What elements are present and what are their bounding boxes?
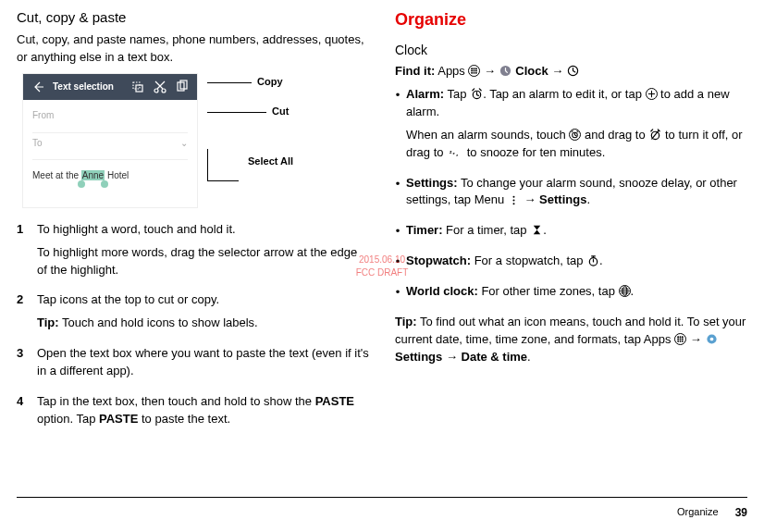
globe-icon [619, 285, 631, 297]
alarm-off-icon [648, 128, 661, 141]
tip-e: Date & time [462, 350, 528, 364]
copy-icon [175, 80, 190, 94]
bullet-dot: • [395, 86, 400, 167]
bullet-timer: • Timer: For a timer, tap . [395, 222, 747, 245]
svg-point-13 [474, 73, 474, 74]
select-all-icon [130, 80, 145, 94]
mock-body-text: Meet at the Anne Hotel [32, 160, 188, 202]
svg-point-14 [476, 73, 477, 74]
menu-dots-icon [508, 193, 521, 206]
step-number: 3 [17, 345, 30, 386]
meet-pre: Meet at the [32, 170, 81, 180]
step-2: 2 Tap icons at the top to cut or copy. T… [17, 291, 369, 338]
alarm-d: When an alarm sounds, touch [406, 128, 569, 142]
step-2a: Tap icons at the top to cut or copy. [37, 291, 369, 309]
apps-icon [468, 65, 480, 77]
tip-text: Touch and hold icons to show labels. [59, 315, 258, 329]
apps-icon [674, 333, 686, 345]
svg-point-6 [472, 68, 473, 69]
clock-word: Clock [515, 64, 548, 78]
alarm-label: Alarm: [406, 87, 444, 101]
svg-point-33 [682, 339, 683, 340]
mock-toolbar: Text selection [23, 74, 197, 100]
findit-label: Find it: [395, 64, 435, 78]
stopwatch-label: Stopwatch: [406, 254, 471, 267]
settings-gear-icon [705, 332, 718, 345]
arrow2: → [548, 64, 567, 78]
tip-arrow2: → [442, 350, 461, 364]
svg-point-29 [680, 336, 681, 337]
meet-hl: Anne [82, 170, 104, 180]
stopwatch-icon [586, 254, 599, 267]
bullet-alarm: • Alarm: Tap . Tap an alarm to edit it, … [395, 86, 747, 167]
alarm-g: to snooze for ten minutes. [463, 145, 605, 159]
step-1a: To highlight a word, touch and hold it. [37, 221, 369, 239]
paste-1: PASTE [315, 394, 354, 408]
svg-point-24 [513, 199, 515, 201]
tip-f: . [527, 350, 531, 364]
bullet-world-clock: • World clock: For other time zones, tap… [395, 283, 747, 306]
back-arrow-icon [31, 80, 45, 94]
svg-point-23 [513, 195, 515, 197]
settings-d: . [586, 192, 590, 206]
footer-section: Organize [677, 505, 719, 521]
step-number: 1 [17, 221, 30, 285]
text-selection-mock: Text selection From To ⌄ [17, 73, 369, 208]
arrow1: → [484, 64, 499, 78]
step-2tip: Tip: Touch and hold icons to show labels… [37, 315, 369, 332]
s4a: Tap in the text box, then touch and hold… [37, 394, 315, 408]
svg-point-36 [682, 340, 683, 341]
svg-point-2 [154, 89, 158, 93]
stopwatch-a: For a stopwatch, tap [471, 254, 586, 267]
organize-heading: Organize [395, 7, 747, 31]
settings-word: Settings [395, 350, 442, 364]
world-clock-line: World clock: For other time zones, tap . [406, 283, 747, 301]
callout-copy: Copy [257, 75, 283, 90]
hourglass-icon [530, 224, 543, 237]
cut-icon [153, 80, 167, 94]
world-a: For other time zones, tap [478, 284, 619, 298]
step-1b: To highlight more words, drag the select… [37, 244, 369, 279]
snooze-icon: zzz [447, 145, 463, 158]
svg-point-10 [474, 70, 474, 71]
callout-cut: Cut [272, 105, 289, 119]
mock-toolbar-title: Text selection [53, 80, 123, 94]
bullet-dot: • [395, 175, 400, 216]
bullet-stopwatch: • Stopwatch: For a stopwatch, tap . [395, 253, 747, 276]
svg-point-11 [476, 70, 477, 71]
svg-point-35 [680, 340, 681, 341]
s4b: option. Tap [37, 412, 99, 426]
step-number: 2 [17, 291, 30, 338]
svg-point-7 [474, 68, 474, 69]
callout-line [207, 112, 266, 113]
meet-post: Hotel [105, 170, 129, 180]
svg-text:z: z [452, 151, 455, 155]
timer-line: Timer: For a timer, tap . [406, 222, 747, 240]
timer-b: . [543, 223, 547, 237]
bullet-dot: • [395, 283, 400, 306]
step-4: 4 Tap in the text box, then touch and ho… [17, 393, 369, 434]
clock-subheading: Clock [395, 41, 747, 59]
chevron-down-icon: ⌄ [180, 137, 188, 151]
settings-c: Settings [539, 192, 586, 206]
bullet-settings: • Settings: To change your alarm sound, … [395, 175, 747, 216]
highlighted-word: Anne [81, 170, 105, 180]
s4c: to paste the text. [138, 412, 230, 426]
world-b: . [631, 284, 635, 298]
alarm-line1: Alarm: Tap . Tap an alarm to edit it, or… [406, 86, 747, 121]
clock-icon [567, 65, 580, 78]
mock-to-label: To [32, 137, 43, 151]
alarm-a: Tap [444, 87, 470, 101]
svg-point-34 [678, 340, 679, 341]
mock-from-field: From [32, 105, 188, 133]
bullet-dot: • [395, 222, 400, 245]
callout-line [207, 82, 252, 83]
alarm-e: and drag to [581, 128, 648, 142]
timer-label: Timer: [406, 223, 443, 237]
settings-b: → [521, 192, 539, 206]
tip-label2: Tip: [395, 315, 417, 328]
footer-page-number: 39 [735, 505, 747, 521]
svg-point-28 [678, 336, 679, 337]
paste-2: PASTE [99, 412, 138, 426]
alarm-b: . Tap an alarm to edit it, or tap [483, 87, 645, 101]
